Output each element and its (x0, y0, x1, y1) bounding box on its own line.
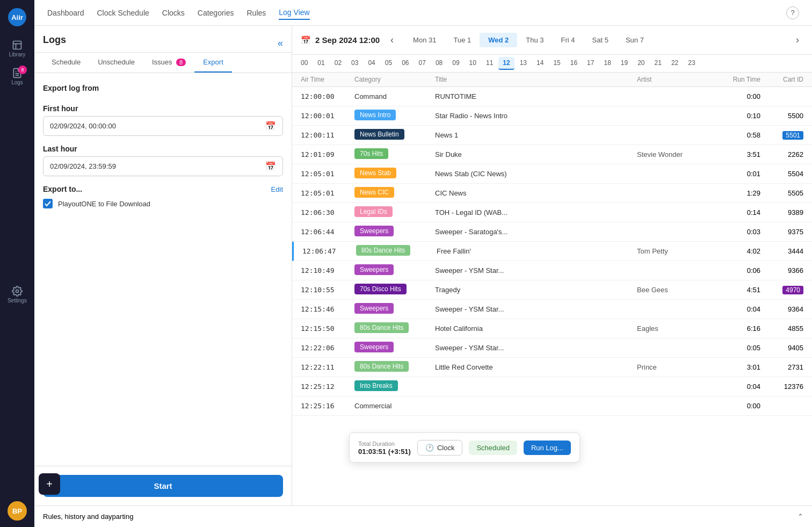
sidebar-item-library[interactable]: Library (5, 37, 29, 60)
air-time-cell: 12:00:00 (301, 92, 354, 100)
category-cell: Sweepers (354, 303, 435, 315)
clock-button[interactable]: 🕐 Clock (417, 440, 463, 456)
sidebar-item-settings[interactable]: Settings (5, 283, 29, 307)
sidebar-user[interactable]: BP (8, 501, 27, 521)
run-time-cell: 3:51 (717, 150, 760, 158)
nav-clocks[interactable]: Clocks (162, 6, 185, 19)
table-row[interactable]: 12:00:01News IntroStar Radio - News Intr… (292, 106, 812, 126)
playout-checkbox[interactable] (43, 199, 53, 208)
table-row[interactable]: 12:25:16Commercial0:00 (292, 396, 812, 416)
tab-schedule[interactable]: Schedule (43, 53, 89, 73)
tab-issues[interactable]: Issues 8 (143, 53, 194, 73)
table-row[interactable]: 12:25:12Into Breaks0:0412376 (292, 377, 812, 396)
playout-label: PlayoutONE to File Download (58, 200, 150, 208)
last-hour-input[interactable] (50, 162, 265, 170)
hour-tab-16[interactable]: 16 (566, 57, 582, 70)
table-row[interactable]: 12:05:01News CICCIC News1:295505 (292, 184, 812, 203)
hour-tab-08[interactable]: 08 (431, 57, 447, 70)
table-row[interactable]: 12:15:46SweepersSweeper - YSM Star...0:0… (292, 300, 812, 319)
table-row[interactable]: 12:05:01News StabNews Stab (CIC News)0:0… (292, 164, 812, 184)
category-cell: 80s Dance Hits (354, 361, 435, 373)
nav-dashboard[interactable]: Dashboard (47, 6, 84, 19)
category-cell: News Stab (354, 168, 435, 180)
category-cell: Command (354, 92, 435, 100)
table-row[interactable]: 12:22:1180s Dance HitsLittle Red Corvett… (292, 358, 812, 377)
cart-id-cell: 12376 (760, 382, 803, 391)
table-row[interactable]: 12:22:06SweepersSweeper - YSM Star...0:0… (292, 338, 812, 358)
export-to-label: Export to... (43, 185, 82, 193)
user-avatar[interactable]: BP (8, 501, 27, 521)
hour-tab-10[interactable]: 10 (465, 57, 481, 70)
sidebar-item-logs-label: Logs (11, 80, 23, 85)
hour-tab-23[interactable]: 23 (684, 57, 699, 70)
nav-categories[interactable]: Categories (198, 6, 234, 19)
table-row[interactable]: 12:06:4780s Dance HitsFree Fallin'Tom Pe… (292, 242, 812, 261)
hour-tab-21[interactable]: 21 (650, 57, 666, 70)
clock-label: Clock (437, 444, 455, 452)
hour-tab-22[interactable]: 22 (667, 57, 683, 70)
hour-tab-18[interactable]: 18 (599, 57, 615, 70)
hour-tab-11[interactable]: 11 (482, 57, 497, 70)
first-hour-input[interactable] (50, 122, 265, 130)
last-hour-calendar-icon[interactable]: 📅 (265, 161, 276, 171)
run-time-cell: 0:01 (717, 170, 760, 178)
next-day-button[interactable]: › (792, 32, 803, 48)
nav-rules[interactable]: Rules (247, 6, 266, 19)
table-row[interactable]: 12:00:11News BulletinNews 10:585501 (292, 126, 812, 145)
start-button[interactable]: Start (43, 475, 283, 497)
hour-tab-15[interactable]: 15 (549, 57, 564, 70)
first-hour-input-wrapper: 📅 (43, 116, 283, 136)
day-tab-mon31[interactable]: Mon 31 (404, 33, 445, 47)
day-tab-fri4[interactable]: Fri 4 (553, 33, 584, 47)
hour-tab-19[interactable]: 19 (617, 57, 632, 70)
table-row[interactable]: 12:00:00CommandRUNTOTIME0:00 (292, 87, 812, 106)
table-row[interactable]: 12:10:49SweepersSweeper - YSM Star...0:0… (292, 261, 812, 280)
table-row[interactable]: 12:15:5080s Dance HitsHotel CaliforniaEa… (292, 319, 812, 338)
tab-unschedule[interactable]: Unschedule (89, 53, 143, 73)
hour-tab-03[interactable]: 03 (347, 57, 363, 70)
svg-text:Aiir: Aiir (11, 13, 23, 21)
day-tab-sun7[interactable]: Sun 7 (617, 33, 653, 47)
prev-day-button[interactable]: ‹ (386, 32, 398, 48)
hour-tab-09[interactable]: 09 (448, 57, 463, 70)
hour-tab-02[interactable]: 02 (330, 57, 346, 70)
first-hour-calendar-icon[interactable]: 📅 (265, 121, 276, 131)
day-tab-thu3[interactable]: Thu 3 (517, 33, 552, 47)
hour-tab-00[interactable]: 00 (296, 57, 312, 70)
app-logo[interactable]: Aiir (6, 6, 28, 28)
hour-tab-07[interactable]: 07 (415, 57, 430, 70)
add-button[interactable]: + (39, 473, 60, 495)
hour-tab-04[interactable]: 04 (364, 57, 379, 70)
day-tab-tue1[interactable]: Tue 1 (445, 33, 480, 47)
category-cell: 70s Disco Hits (354, 284, 435, 296)
run-time-cell: 1:29 (717, 189, 760, 197)
help-button[interactable]: ? (786, 6, 799, 19)
hour-tab-14[interactable]: 14 (532, 57, 548, 70)
runlog-button[interactable]: Run Log... (524, 441, 571, 455)
day-tab-sat5[interactable]: Sat 5 (584, 33, 617, 47)
nav-log-view[interactable]: Log View (279, 6, 309, 20)
day-tab-wed2[interactable]: Wed 2 (480, 33, 517, 47)
table-row[interactable]: 12:10:5570s Disco HitsTragedyBee Gees4:5… (292, 280, 812, 300)
hour-tab-13[interactable]: 13 (516, 57, 531, 70)
hour-tab-01[interactable]: 01 (313, 57, 329, 70)
table-row[interactable]: 12:01:0970s HitsSir DukeStevie Wonder3:5… (292, 145, 812, 164)
hour-tab-05[interactable]: 05 (381, 57, 396, 70)
tab-export[interactable]: Export (194, 53, 232, 73)
hour-tab-06[interactable]: 06 (397, 57, 413, 70)
cart-id-cell: 5505 (760, 189, 803, 197)
hour-tab-17[interactable]: 17 (583, 57, 598, 70)
nav-clock-schedule[interactable]: Clock Schedule (97, 6, 149, 19)
hour-tab-12[interactable]: 12 (498, 57, 514, 70)
title-cell: Star Radio - News Intro (435, 112, 637, 120)
rules-bar-chevron[interactable]: ⌃ (798, 512, 803, 521)
hour-tab-20[interactable]: 20 (633, 57, 649, 70)
air-time-cell: 12:25:16 (301, 402, 354, 410)
table-row[interactable]: 12:06:30Legal IDsTOH - Legal ID (WAB...0… (292, 203, 812, 222)
collapse-button[interactable]: « (278, 38, 283, 49)
col-artist: Artist (637, 76, 717, 83)
edit-link[interactable]: Edit (271, 185, 283, 193)
sidebar-item-logs[interactable]: 8 Logs (5, 64, 29, 88)
table-row[interactable]: 12:06:44SweepersSweeper - Saratoga's...0… (292, 222, 812, 242)
title-cell: Sir Duke (435, 150, 637, 158)
